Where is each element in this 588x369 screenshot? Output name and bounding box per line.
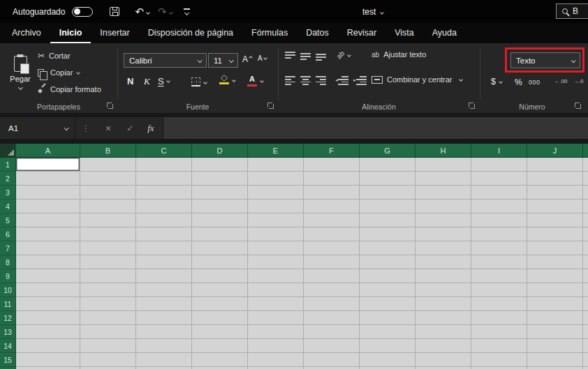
- cell-B8[interactable]: [80, 255, 136, 269]
- cell-I12[interactable]: [471, 311, 527, 325]
- cell-J2[interactable]: [527, 172, 583, 186]
- cell-I9[interactable]: [471, 269, 527, 283]
- column-header-G[interactable]: G: [360, 144, 416, 157]
- cell-G4[interactable]: [360, 199, 416, 213]
- cell-J15[interactable]: [527, 353, 583, 367]
- cell-D12[interactable]: [192, 311, 248, 325]
- number-format-combobox[interactable]: Texto: [510, 52, 580, 68]
- customize-quick-access-button[interactable]: [184, 8, 190, 15]
- alignment-dialog-launcher-icon[interactable]: [469, 103, 475, 109]
- cell-C6[interactable]: [136, 227, 192, 241]
- cell-C7[interactable]: [136, 241, 192, 255]
- tab-revisar[interactable]: Revisar: [338, 23, 385, 43]
- cell-J9[interactable]: [527, 269, 583, 283]
- cell-F14[interactable]: [304, 339, 360, 353]
- cell-H11[interactable]: [416, 297, 471, 311]
- cell-H15[interactable]: [416, 353, 471, 367]
- cell-J7[interactable]: [527, 241, 583, 255]
- cell-G9[interactable]: [360, 269, 416, 283]
- cell-B7[interactable]: [80, 241, 136, 255]
- cell-G7[interactable]: [360, 241, 416, 255]
- column-header-B[interactable]: B: [80, 144, 136, 157]
- cell-B6[interactable]: [80, 227, 136, 241]
- cell-D10[interactable]: [192, 283, 248, 297]
- fill-color-button[interactable]: [219, 75, 235, 84]
- cell-partial[interactable]: [583, 269, 588, 283]
- cell-B14[interactable]: [80, 339, 136, 353]
- cell-D2[interactable]: [192, 172, 248, 186]
- cell-E14[interactable]: [248, 339, 304, 353]
- name-box[interactable]: A1: [0, 117, 75, 139]
- font-name-combobox[interactable]: Calibri: [124, 53, 207, 68]
- cell-G10[interactable]: [360, 283, 416, 297]
- cell-B4[interactable]: [80, 199, 136, 213]
- cell-D6[interactable]: [192, 227, 248, 241]
- cell-G2[interactable]: [360, 172, 416, 186]
- cell-J12[interactable]: [527, 311, 583, 325]
- merge-center-button[interactable]: Combinar y centrar: [372, 75, 462, 84]
- cell-partial[interactable]: [583, 339, 588, 353]
- enter-icon[interactable]: ✓: [126, 123, 133, 133]
- cell-A8[interactable]: [16, 255, 80, 269]
- cell-D14[interactable]: [192, 339, 248, 353]
- cell-partial[interactable]: [583, 227, 588, 241]
- cell-E10[interactable]: [248, 283, 304, 297]
- formula-input[interactable]: [163, 117, 588, 139]
- cell-F1[interactable]: [304, 158, 360, 172]
- cell-F10[interactable]: [304, 283, 360, 297]
- tab-inicio[interactable]: Inicio: [50, 23, 91, 43]
- cell-J1[interactable]: [527, 158, 583, 172]
- increase-font-size-button[interactable]: A: [242, 54, 252, 64]
- cell-E7[interactable]: [248, 241, 304, 255]
- cell-D1[interactable]: [192, 158, 248, 172]
- cell-J10[interactable]: [527, 283, 583, 297]
- decrease-decimal-button[interactable]: →.0: [570, 78, 587, 84]
- cell-J11[interactable]: [527, 297, 583, 311]
- cell-A11[interactable]: [16, 297, 80, 311]
- paste-button[interactable]: Pegar: [6, 47, 35, 98]
- cell-J4[interactable]: [527, 199, 583, 213]
- column-header-A[interactable]: A: [16, 144, 80, 157]
- cell-I10[interactable]: [471, 283, 527, 297]
- cell-B13[interactable]: [80, 325, 136, 339]
- search-box[interactable]: B: [556, 3, 588, 19]
- tab-insertar[interactable]: Insertar: [91, 23, 138, 43]
- align-middle-button[interactable]: [300, 52, 311, 61]
- cell-D5[interactable]: [192, 213, 248, 227]
- redo-button[interactable]: ↷: [158, 6, 172, 18]
- cell-H14[interactable]: [416, 339, 471, 353]
- cell-I4[interactable]: [471, 199, 527, 213]
- cell-A10[interactable]: [16, 283, 80, 297]
- cell-B12[interactable]: [80, 311, 136, 325]
- cell-C14[interactable]: [136, 339, 192, 353]
- cell-H3[interactable]: [416, 186, 471, 199]
- borders-button[interactable]: [191, 77, 207, 86]
- percent-style-button[interactable]: %: [515, 77, 522, 87]
- cell-I8[interactable]: [471, 255, 527, 269]
- cell-F9[interactable]: [304, 269, 360, 283]
- align-bottom-button[interactable]: [316, 52, 326, 61]
- cell-C9[interactable]: [136, 269, 192, 283]
- row-header-4[interactable]: 4: [0, 199, 16, 213]
- cell-C11[interactable]: [136, 297, 192, 311]
- cell-A3[interactable]: [16, 186, 80, 199]
- cell-I1[interactable]: [471, 158, 527, 172]
- cell-D15[interactable]: [192, 353, 248, 367]
- tab-formulas[interactable]: Fórmulas: [242, 23, 297, 43]
- cell-G11[interactable]: [360, 297, 416, 311]
- row-header-6[interactable]: 6: [0, 227, 16, 241]
- cell-B15[interactable]: [80, 353, 136, 367]
- cell-E6[interactable]: [248, 227, 304, 241]
- copy-dropdown-icon[interactable]: [77, 70, 81, 75]
- cell-A13[interactable]: [16, 325, 80, 339]
- column-header-H[interactable]: H: [416, 144, 471, 157]
- cell-A12[interactable]: [16, 311, 80, 325]
- cell-D9[interactable]: [192, 269, 248, 283]
- cell-E12[interactable]: [248, 311, 304, 325]
- italic-button[interactable]: K: [144, 76, 150, 87]
- cell-G12[interactable]: [360, 311, 416, 325]
- cell-A5[interactable]: [16, 213, 80, 227]
- cell-I13[interactable]: [471, 325, 527, 339]
- orientation-button[interactable]: ab: [337, 51, 351, 59]
- decrease-font-size-button[interactable]: A: [258, 54, 267, 62]
